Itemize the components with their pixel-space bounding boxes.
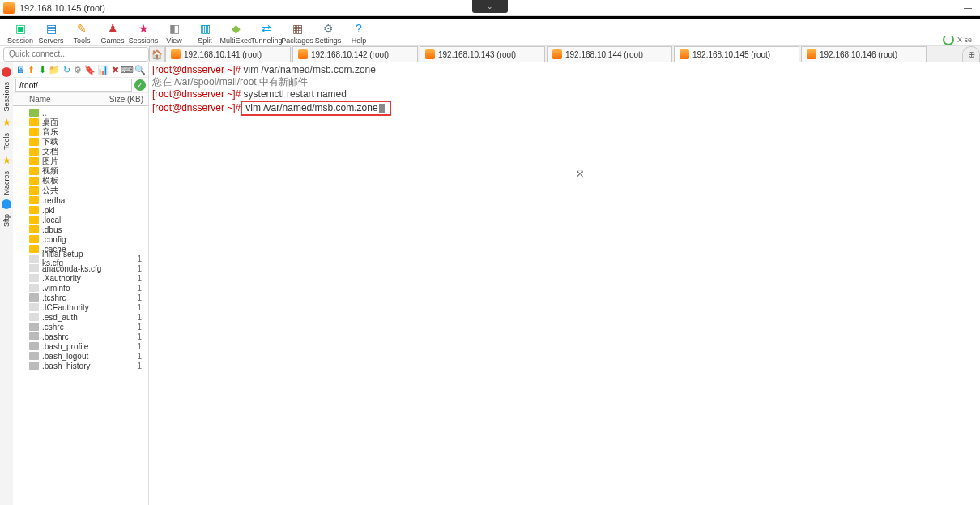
session-icon: ▣ [13, 21, 28, 36]
gear-icon[interactable]: ⚙ [73, 64, 83, 75]
tab-145[interactable]: 192.168.10.145 (root) [674, 46, 799, 62]
close-icon[interactable]: ✖ [110, 64, 120, 75]
toolbar-tools[interactable]: ✎Tools [66, 19, 97, 45]
folder-icon [29, 235, 39, 243]
list-item[interactable]: .viminfo1 [15, 283, 147, 293]
list-item[interactable]: .bash_profile1 [15, 341, 147, 351]
list-item[interactable]: .bash_history1 [15, 361, 147, 370]
file-name: .esd_auth [42, 313, 78, 322]
list-item[interactable]: .bash_logout1 [15, 351, 147, 361]
search-icon[interactable]: 🔍 [134, 64, 146, 75]
toolbar-label: Servers [38, 36, 63, 45]
command-text: vim /var/named/msb.com.zone [241, 64, 376, 75]
command-text: systemctl restart named [241, 88, 347, 100]
list-item[interactable]: .local [15, 215, 147, 225]
list-item[interactable]: .redhat [15, 195, 147, 205]
tunneling-icon: ⇄ [259, 21, 274, 36]
tab-146[interactable]: 192.168.10.146 (root) [801, 46, 927, 62]
toolbar-session[interactable]: ▣Session [5, 19, 36, 45]
toolbar-view[interactable]: ◧View [159, 19, 190, 45]
rail-dot[interactable] [2, 67, 11, 77]
rail-dot[interactable] [2, 199, 11, 209]
file-headers: Name Size (KB) [13, 93, 148, 106]
keyboard-icon[interactable]: ⌨ [121, 64, 133, 75]
tab-143[interactable]: 192.168.10.143 (root) [420, 46, 545, 62]
path-input[interactable] [15, 79, 132, 92]
tab-144[interactable]: 192.168.10.144 (root) [547, 46, 672, 62]
list-item[interactable]: 公共 [15, 186, 147, 195]
terminal-icon [807, 49, 816, 59]
toolbar-help[interactable]: ?Help [343, 19, 374, 45]
toolbar-split[interactable]: ▥Split [190, 19, 220, 45]
list-item[interactable]: .pki [15, 205, 147, 215]
list-item[interactable]: .Xauthority1 [15, 273, 147, 283]
file-name: .cshrc [42, 323, 64, 332]
bookmark-icon[interactable]: 🔖 [84, 64, 96, 75]
monitor-icon[interactable]: 🖥 [15, 64, 25, 75]
download-icon[interactable]: ⬇ [38, 64, 48, 75]
packages-icon: ▦ [290, 21, 305, 36]
toolbar-games[interactable]: ♟Games [97, 19, 128, 45]
folder-icon [29, 177, 39, 185]
rail-sessions[interactable]: Sessions [2, 80, 11, 113]
tab-label: 192.168.10.144 (root) [565, 50, 643, 59]
file-icon [29, 293, 39, 302]
list-item[interactable]: .cshrc1 [15, 322, 147, 332]
toolbar-packages[interactable]: ▦Packages [282, 19, 313, 45]
toolbar-servers[interactable]: ▤Servers [36, 19, 66, 45]
toolbar-multiexec[interactable]: ◆MultiExec [220, 19, 251, 45]
toolbar-sessions[interactable]: ★Sessions [128, 19, 159, 45]
list-item[interactable]: .config [15, 234, 147, 244]
add-tab-button[interactable]: ⊕ [962, 46, 980, 62]
list-item[interactable]: 文档 [15, 147, 147, 156]
terminal-line: 您在 /var/spool/mail/root 中有新邮件 [152, 76, 977, 88]
titlebar-dropdown[interactable]: ⌄ [472, 0, 508, 13]
up-dir[interactable]: .. [15, 108, 147, 118]
list-item[interactable]: .tcshrc1 [15, 293, 147, 302]
folder-icon [29, 138, 39, 146]
stats-icon[interactable]: 📊 [97, 64, 109, 75]
list-item[interactable]: 模板 [15, 176, 147, 186]
tab-142[interactable]: 192.168.10.142 (root) [292, 46, 418, 62]
file-icon [29, 352, 39, 360]
file-tree[interactable]: .. 桌面音乐下载文档图片视频模板公共.redhat.pki.local.dbu… [13, 106, 148, 505]
terminal-icon [171, 49, 181, 59]
file-icon [29, 255, 39, 263]
terminal[interactable]: [root@dnsserver ~]# vim /var/named/msb.c… [149, 62, 980, 505]
refresh-icon[interactable]: ↻ [62, 64, 71, 75]
list-item[interactable]: .ICEauthority1 [15, 302, 147, 312]
folder-icon [29, 148, 39, 156]
list-item[interactable]: 桌面 [15, 118, 147, 127]
split-icon: ▥ [198, 21, 212, 36]
list-item[interactable]: 音乐 [15, 127, 147, 137]
tab-label: 192.168.10.141 (root) [184, 50, 262, 59]
toolbar-settings[interactable]: ⚙Settings [313, 19, 343, 45]
list-item[interactable]: initial-setup-ks.cfg1 [15, 254, 147, 263]
highlighted-command: vim /var/named/msb.com.zone [241, 101, 390, 116]
list-item[interactable]: .esd_auth1 [15, 312, 147, 322]
up-label: .. [42, 109, 47, 118]
terminal-icon [680, 49, 689, 59]
home-tab[interactable]: 🏠 [149, 46, 165, 62]
rail-macros[interactable]: Macros [2, 169, 11, 197]
header-name[interactable]: Name [13, 95, 108, 104]
sftp-toolbar: 🖥 ⬆ ⬇ 📁 ↻ ⚙ 🔖 📊 ✖ ⌨ 🔍 [13, 62, 148, 78]
list-item[interactable]: anaconda-ks.cfg1 [15, 263, 147, 273]
list-item[interactable]: 下载 [15, 137, 147, 147]
window-title: 192.168.10.145 (root) [19, 3, 105, 13]
list-item[interactable]: .dbus [15, 225, 147, 234]
quick-connect-input[interactable] [3, 47, 149, 62]
list-item[interactable]: .bashrc1 [15, 332, 147, 341]
list-item[interactable]: 视频 [15, 166, 147, 176]
header-size[interactable]: Size (KB) [108, 95, 148, 104]
tab-141[interactable]: 192.168.10.141 (root) [165, 46, 291, 62]
minimize-button[interactable]: — [956, 1, 980, 15]
upload-icon[interactable]: ⬆ [27, 64, 36, 75]
list-item[interactable]: 图片 [15, 156, 147, 166]
toolbar-label: View [166, 36, 181, 45]
rail-sftp[interactable]: Sftp [2, 212, 11, 229]
rail-tools[interactable]: Tools [2, 131, 11, 152]
toolbar-tunneling[interactable]: ⇄Tunneling [251, 19, 282, 45]
newfolder-icon[interactable]: 📁 [49, 64, 60, 75]
path-status-icon: ✓ [134, 79, 146, 91]
